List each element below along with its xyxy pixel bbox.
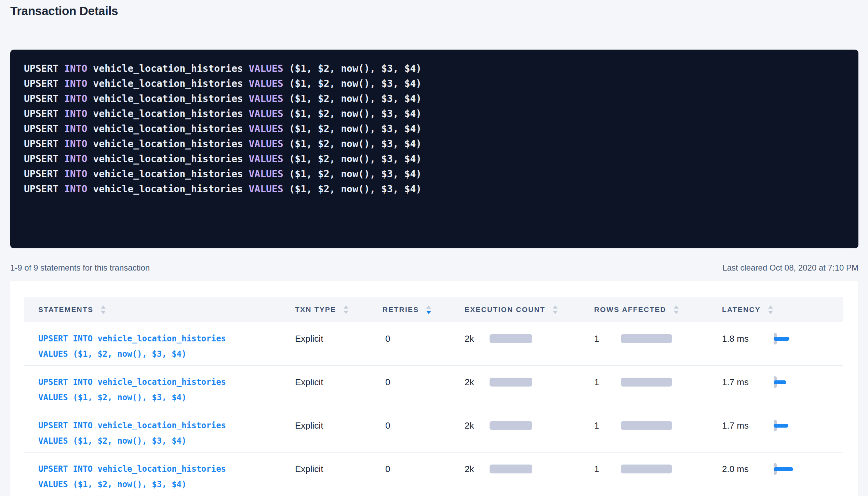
sort-ascending-icon bbox=[768, 305, 773, 309]
statement-link[interactable]: UPSERT INTO vehicle_location_historiesVA… bbox=[38, 461, 295, 492]
sql-text: ($1, $2, now(), $3, $4) bbox=[283, 123, 422, 134]
column-header-label: TXN TYPE bbox=[295, 305, 336, 314]
statement-link[interactable]: UPSERT INTO vehicle_location_historiesVA… bbox=[38, 375, 295, 405]
statement-line-2: VALUES ($1, $2, now(), $3, $4) bbox=[38, 347, 295, 362]
sql-text: ($1, $2, now(), $3, $4) bbox=[283, 108, 422, 119]
summary-row: 1-9 of 9 statements for this transaction… bbox=[10, 263, 858, 273]
column-header-rows-affected[interactable]: ROWS AFFECTED bbox=[594, 297, 722, 322]
statement-line-2: VALUES ($1, $2, now(), $3, $4) bbox=[38, 477, 295, 492]
rows-affected-bar bbox=[621, 421, 672, 430]
latency-bar bbox=[774, 337, 789, 341]
statement-link[interactable]: UPSERT INTO vehicle_location_historiesVA… bbox=[38, 418, 295, 449]
column-header-label: STATEMENTS bbox=[38, 305, 93, 314]
sql-text: ($1, $2, now(), $3, $4) bbox=[283, 153, 422, 165]
sql-text: UPSERT bbox=[24, 123, 64, 134]
sql-text: ($1, $2, now(), $3, $4) bbox=[283, 168, 422, 180]
sql-text: ($1, $2, now(), $3, $4) bbox=[283, 78, 422, 89]
rows-affected-value: 1 bbox=[594, 375, 621, 390]
sql-text: vehicle_location_histories bbox=[87, 78, 249, 89]
rows-affected-bar bbox=[621, 465, 672, 473]
sql-keyword: VALUES bbox=[249, 108, 283, 119]
sort-arrows bbox=[553, 305, 558, 314]
statement-link[interactable]: UPSERT INTO vehicle_location_historiesVA… bbox=[38, 331, 295, 362]
sql-statement-line: UPSERT INTO vehicle_location_histories V… bbox=[24, 91, 845, 106]
sort-ascending-icon bbox=[553, 305, 558, 309]
sort-ascending-icon bbox=[101, 305, 106, 309]
table-header-row: STATEMENTSTXN TYPERETRIESEXECUTION COUNT… bbox=[24, 297, 843, 322]
sql-text: vehicle_location_histories bbox=[87, 138, 249, 149]
sql-keyword: VALUES bbox=[249, 168, 283, 180]
column-header-latency[interactable]: LATENCY bbox=[722, 297, 843, 322]
sql-keyword: VALUES bbox=[249, 78, 283, 89]
sql-keyword: INTO bbox=[64, 63, 87, 74]
sql-text: vehicle_location_histories bbox=[87, 63, 249, 74]
sql-keyword: VALUES bbox=[249, 93, 283, 104]
sql-text: UPSERT bbox=[24, 138, 64, 149]
execution-count-bar bbox=[490, 421, 532, 430]
column-header-retries[interactable]: RETRIES bbox=[383, 297, 465, 322]
sql-text: UPSERT bbox=[24, 63, 64, 74]
rows-affected-value: 1 bbox=[594, 461, 621, 477]
rows-affected-value: 1 bbox=[594, 418, 621, 433]
sql-text: ($1, $2, now(), $3, $4) bbox=[283, 63, 422, 74]
latency-bar-chart bbox=[774, 332, 798, 345]
sql-text: ($1, $2, now(), $3, $4) bbox=[283, 93, 422, 104]
txn-type-value: Explicit bbox=[295, 420, 323, 431]
sql-text: UPSERT bbox=[24, 168, 64, 180]
sort-descending-icon bbox=[344, 311, 348, 314]
latency-value: 1.7 ms bbox=[722, 375, 774, 390]
transaction-details-page: Transaction Details UPSERT INTO vehicle_… bbox=[0, 0, 868, 496]
sql-statement-line: UPSERT INTO vehicle_location_histories V… bbox=[24, 182, 845, 197]
table-row: UPSERT INTO vehicle_location_historiesVA… bbox=[24, 453, 843, 496]
sql-keyword: VALUES bbox=[249, 123, 283, 134]
sort-descending-icon bbox=[101, 311, 106, 314]
column-header-label: RETRIES bbox=[383, 305, 419, 314]
sql-keyword: INTO bbox=[64, 138, 87, 149]
column-header-label: ROWS AFFECTED bbox=[594, 305, 666, 314]
retries-value: 0 bbox=[385, 334, 390, 344]
txn-type-value: Explicit bbox=[295, 334, 323, 344]
rows-affected-bar bbox=[621, 334, 672, 343]
statement-line-1: UPSERT INTO vehicle_location_histories bbox=[38, 331, 295, 347]
sql-text: UPSERT bbox=[24, 93, 64, 104]
column-header-execution-count[interactable]: EXECUTION COUNT bbox=[465, 297, 594, 322]
sql-text: vehicle_location_histories bbox=[87, 123, 249, 134]
retries-value: 0 bbox=[385, 464, 390, 474]
sql-text: UPSERT bbox=[24, 153, 64, 165]
statement-line-2: VALUES ($1, $2, now(), $3, $4) bbox=[38, 433, 295, 449]
sql-statement-line: UPSERT INTO vehicle_location_histories V… bbox=[24, 136, 845, 152]
sql-text: ($1, $2, now(), $3, $4) bbox=[283, 138, 422, 149]
column-header-txn-type[interactable]: TXN TYPE bbox=[295, 297, 383, 322]
sort-arrows bbox=[768, 305, 773, 314]
latency-value: 1.8 ms bbox=[722, 331, 774, 347]
sort-descending-icon bbox=[426, 311, 431, 314]
sql-text: UPSERT bbox=[24, 183, 64, 195]
txn-type-value: Explicit bbox=[295, 377, 323, 387]
sql-text: vehicle_location_histories bbox=[87, 108, 249, 119]
sql-keyword: INTO bbox=[64, 108, 87, 119]
sql-text: UPSERT bbox=[24, 108, 64, 119]
sql-statement-line: UPSERT INTO vehicle_location_histories V… bbox=[24, 167, 845, 182]
txn-type-value: Explicit bbox=[295, 464, 323, 474]
sql-statements-box: UPSERT INTO vehicle_location_histories V… bbox=[10, 50, 858, 248]
sort-arrows bbox=[674, 305, 679, 314]
sql-keyword: INTO bbox=[64, 168, 87, 180]
sql-keyword: INTO bbox=[64, 93, 87, 104]
sort-descending-icon bbox=[553, 311, 558, 314]
column-header-statements[interactable]: STATEMENTS bbox=[24, 297, 295, 322]
latency-value: 1.7 ms bbox=[722, 418, 774, 433]
statement-line-1: UPSERT INTO vehicle_location_histories bbox=[38, 461, 295, 477]
rows-affected-bar bbox=[621, 378, 672, 387]
sql-text: ($1, $2, now(), $3, $4) bbox=[283, 183, 422, 195]
sort-descending-icon bbox=[768, 311, 773, 314]
sort-ascending-icon bbox=[426, 305, 431, 309]
latency-bar bbox=[774, 380, 786, 384]
sort-arrows bbox=[426, 305, 431, 314]
latency-bar-chart bbox=[774, 462, 798, 476]
sql-statement-line: UPSERT INTO vehicle_location_histories V… bbox=[24, 121, 845, 136]
statements-count-summary: 1-9 of 9 statements for this transaction bbox=[10, 263, 150, 273]
sql-statement-line: UPSERT INTO vehicle_location_histories V… bbox=[24, 106, 845, 121]
sql-text: vehicle_location_histories bbox=[87, 168, 249, 180]
execution-count-value: 2k bbox=[465, 331, 490, 347]
sort-ascending-icon bbox=[344, 305, 348, 309]
